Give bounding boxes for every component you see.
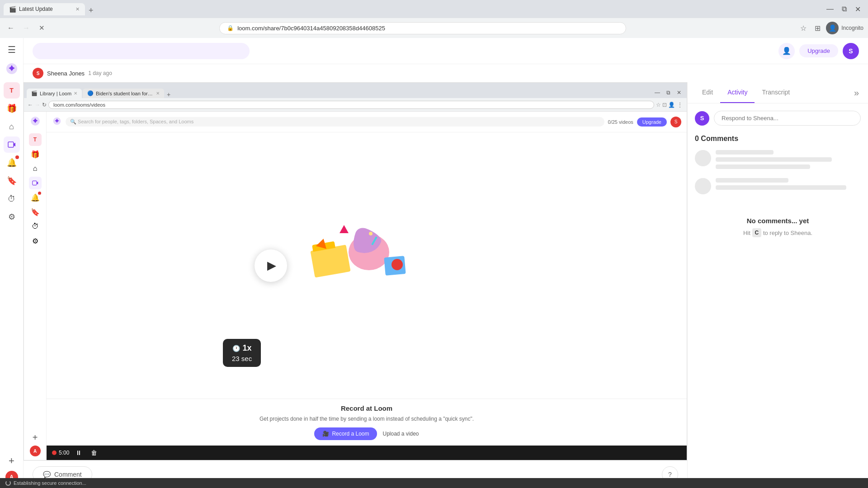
- nested-tab-2-favicon: 🔵: [87, 90, 94, 96]
- url-text: loom.com/share/7b0c9640314a45809208358d4…: [237, 25, 618, 32]
- minimize-button[interactable]: —: [823, 4, 837, 14]
- nested-screencast-icon[interactable]: ⊡: [662, 102, 667, 108]
- upload-video-button[interactable]: Upload a video: [382, 431, 419, 437]
- nested-upgrade-button[interactable]: Upgrade: [637, 117, 667, 127]
- browser-tab-active[interactable]: 🎬 Latest Update ✕: [4, 3, 85, 15]
- author-name: Sheena Jones: [47, 70, 85, 77]
- sidebar-item-gift[interactable]: 🎁: [4, 100, 20, 117]
- author-avatar: S: [33, 68, 43, 79]
- comment-input-field[interactable]: [714, 111, 861, 126]
- back-button[interactable]: ←: [5, 22, 17, 34]
- video-title: Record at Loom: [56, 404, 678, 412]
- nested-tab-1-favicon: 🎬: [31, 90, 38, 96]
- nested-user-avatar-header[interactable]: S: [670, 117, 681, 127]
- address-bar[interactable]: 🔒 loom.com/share/7b0c9640314a45809208358…: [219, 22, 626, 34]
- new-tab-button[interactable]: +: [85, 5, 97, 15]
- tab-transcript[interactable]: Transcript: [755, 82, 797, 103]
- illustration-art: [303, 221, 430, 311]
- header-search-bar[interactable]: [33, 43, 250, 59]
- panel-content: S 0 Comments: [688, 103, 868, 488]
- nested-tab-2[interactable]: 🔵 Biden's student loan forgiven... ✕: [83, 89, 164, 98]
- sidebar-item-t[interactable]: T: [4, 82, 20, 99]
- status-bar: Establishing secure connection...: [0, 478, 868, 488]
- video-description: Record at Loom Get projects done in half…: [47, 399, 687, 446]
- incognito-avatar[interactable]: 👤: [826, 22, 839, 34]
- record-icon: 🎥: [322, 431, 329, 437]
- app-sidebar: ☰ T 🎁 ⌂ 🔔 🔖 ⏱ ⚙ + A: [0, 38, 24, 488]
- delete-button[interactable]: 🗑: [88, 448, 100, 457]
- browser-chrome: 🎬 Latest Update ✕ + — ⧉ ✕ ← → ✕ 🔒 loom.c…: [0, 0, 868, 38]
- browser-extension-icon[interactable]: ⊞: [812, 23, 823, 33]
- ns-icon-home[interactable]: ⌂: [29, 162, 42, 175]
- bookmark-star-icon[interactable]: ☆: [797, 23, 809, 33]
- speed-clock-icon: 🕐: [232, 345, 240, 352]
- ns-icon-gift[interactable]: 🎁: [29, 148, 42, 160]
- tab-activity[interactable]: Activity: [720, 82, 755, 103]
- sidebar-item-home[interactable]: ⌂: [4, 118, 20, 135]
- nested-browser-tabs: 🎬 Library | Loom ✕ 🔵 Biden's student loa…: [24, 83, 687, 98]
- nested-tab-1[interactable]: 🎬 Library | Loom ✕: [27, 89, 82, 98]
- nested-address-bar: ← → ↻ loom.com/looms/videos ☆ ⊡ 👤 ⋮: [24, 98, 687, 112]
- forward-button[interactable]: →: [20, 22, 33, 34]
- keyboard-c-hint: C: [752, 228, 761, 237]
- speed-time: 23 sec: [232, 355, 252, 362]
- tab-close-icon[interactable]: ✕: [75, 6, 80, 12]
- nested-video-count: 0/25 videos: [608, 119, 633, 125]
- sidebar-item-videos[interactable]: [4, 136, 20, 153]
- sidebar-item-history[interactable]: ⏱: [4, 191, 20, 207]
- ns-user-avatar[interactable]: A: [30, 446, 41, 456]
- nested-restore[interactable]: ⧉: [664, 89, 673, 96]
- close-window-button[interactable]: ✕: [851, 4, 864, 14]
- header-user-avatar[interactable]: S: [843, 43, 859, 59]
- header-action-btn-1[interactable]: 👤: [778, 43, 795, 59]
- nested-tab-1-close[interactable]: ✕: [74, 91, 77, 96]
- nested-back[interactable]: ←: [28, 102, 33, 108]
- ns-icon-bell[interactable]: 🔔: [29, 191, 42, 204]
- ns-icon-bookmark[interactable]: 🔖: [29, 206, 42, 218]
- menu-toggle-button[interactable]: ☰: [6, 42, 18, 57]
- nested-url-bar[interactable]: loom.com/looms/videos: [48, 101, 654, 109]
- record-loom-button[interactable]: 🎥 Record a Loom: [314, 427, 377, 440]
- nested-main: 🔍 Search for people, tags, folders, Spac…: [47, 112, 687, 460]
- sidebar-item-notifications[interactable]: 🔔: [4, 155, 20, 171]
- nested-incognito[interactable]: 👤: [668, 102, 675, 108]
- upgrade-button[interactable]: Upgrade: [799, 44, 838, 57]
- sidebar-add-button[interactable]: +: [4, 453, 20, 469]
- svg-rect-1: [8, 142, 14, 147]
- nested-forward[interactable]: →: [35, 102, 40, 108]
- nested-loom-logo-sm: [52, 116, 62, 128]
- play-button[interactable]: ▶: [255, 249, 287, 282]
- sidebar-item-bookmarks[interactable]: 🔖: [4, 173, 20, 189]
- nested-bookmark-star[interactable]: ☆: [656, 102, 661, 108]
- nested-menu[interactable]: ⋮: [677, 101, 683, 108]
- ns-icon-add[interactable]: +: [29, 431, 42, 444]
- reload-button[interactable]: ✕: [35, 22, 48, 34]
- panel-expand-button[interactable]: »: [852, 86, 861, 100]
- lock-icon: 🔒: [227, 25, 234, 31]
- skeleton-loader-2: [695, 178, 861, 194]
- nested-new-tab-button[interactable]: +: [165, 91, 172, 98]
- pause-button[interactable]: ⏸: [73, 448, 85, 457]
- speed-popup: 🕐 1x 23 sec: [223, 339, 261, 367]
- tab-edit[interactable]: Edit: [695, 82, 720, 103]
- maximize-button[interactable]: ⧉: [838, 4, 850, 14]
- nested-tab-2-close[interactable]: ✕: [156, 91, 160, 96]
- nested-minimize[interactable]: —: [652, 89, 663, 96]
- author-bar: S Sheena Jones 1 day ago: [24, 64, 868, 82]
- nested-search[interactable]: 🔍 Search for people, tags, folders, Spac…: [66, 117, 604, 127]
- nested-close[interactable]: ✕: [674, 89, 684, 96]
- video-controls-bar: 5:00 ⏸ 🗑: [47, 446, 687, 460]
- ns-icon-videos[interactable]: [29, 177, 42, 189]
- loading-spinner: [5, 480, 11, 486]
- sidebar-item-settings[interactable]: ⚙: [4, 209, 20, 225]
- skeleton-avatar-1: [695, 150, 711, 166]
- rec-dot: [52, 450, 57, 455]
- nested-tab-2-title: Biden's student loan forgiven...: [96, 91, 154, 96]
- status-text: Establishing secure connection...: [14, 480, 86, 486]
- window-controls: — ⧉ ✕: [823, 4, 864, 14]
- ns-icon-history[interactable]: ⏱: [29, 220, 42, 233]
- nested-reload[interactable]: ↻: [42, 102, 47, 108]
- ns-icon-t[interactable]: T: [29, 133, 42, 146]
- video-area: 🎬 Library | Loom ✕ 🔵 Biden's student loa…: [24, 82, 687, 488]
- ns-icon-settings[interactable]: ⚙: [29, 235, 42, 247]
